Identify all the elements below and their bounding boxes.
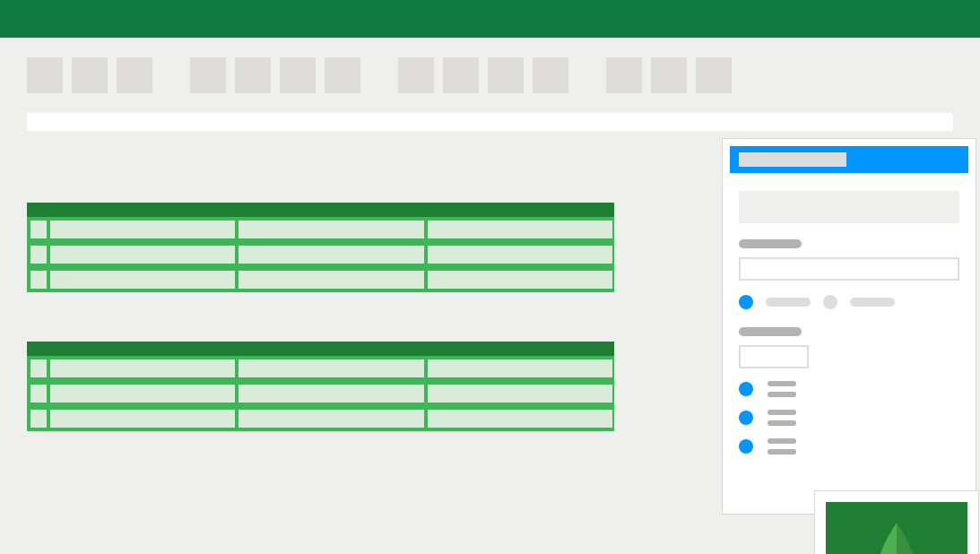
radio-option-1[interactable] (739, 295, 753, 309)
ribbon-button[interactable] (280, 57, 316, 93)
table-cell[interactable] (238, 359, 423, 377)
table-cell[interactable] (428, 359, 612, 377)
table-cell[interactable] (428, 410, 612, 428)
task-pane-title (739, 152, 846, 167)
radio-label-1 (766, 298, 811, 307)
table-cell[interactable] (50, 359, 235, 377)
table-cell[interactable] (50, 271, 235, 289)
table-cell[interactable] (428, 246, 612, 264)
ribbon (0, 38, 980, 131)
table-row[interactable] (27, 242, 614, 267)
row-header-cell[interactable] (30, 410, 47, 428)
ribbon-button[interactable] (651, 57, 687, 93)
app-title-bar (0, 0, 980, 38)
ribbon-button[interactable] (325, 57, 360, 93)
table-cell[interactable] (238, 271, 423, 289)
task-pane-header (730, 146, 968, 173)
ribbon-group (606, 57, 732, 93)
ribbon-button[interactable] (235, 57, 271, 93)
checkbox-label (768, 410, 796, 426)
mongodb-leaf-icon (865, 519, 928, 554)
checkbox[interactable] (739, 382, 753, 396)
field-label-2 (739, 327, 802, 336)
checkbox-row (739, 410, 959, 426)
mongodb-card (814, 490, 979, 554)
table-cell[interactable] (50, 221, 235, 238)
checkbox[interactable] (739, 439, 753, 454)
table-cell[interactable] (238, 410, 423, 428)
table-row[interactable] (27, 406, 614, 431)
ribbon-button[interactable] (696, 57, 732, 93)
table-cell[interactable] (238, 221, 423, 238)
row-header-cell[interactable] (30, 359, 47, 377)
table-cell[interactable] (238, 246, 423, 264)
ribbon-button[interactable] (443, 57, 479, 93)
ribbon-button[interactable] (27, 57, 63, 93)
table-header-row (27, 203, 614, 217)
table-cell[interactable] (50, 385, 235, 403)
checkbox[interactable] (739, 411, 753, 425)
spreadsheet-table[interactable] (27, 203, 614, 292)
table-row[interactable] (27, 356, 614, 381)
ribbon-group (398, 57, 568, 93)
table-cell[interactable] (428, 385, 612, 403)
ribbon-button[interactable] (72, 57, 108, 93)
formula-bar[interactable] (27, 113, 953, 131)
row-header-cell[interactable] (30, 385, 47, 403)
ribbon-button[interactable] (488, 57, 524, 93)
workbook-canvas (0, 131, 980, 431)
ribbon-group (27, 57, 152, 93)
checkbox-row (739, 438, 959, 454)
spreadsheet-table[interactable] (27, 342, 614, 431)
ribbon-group (190, 57, 360, 93)
ribbon-button[interactable] (398, 57, 434, 93)
table-cell[interactable] (50, 410, 235, 428)
radio-group (739, 295, 959, 309)
table-row[interactable] (27, 267, 614, 292)
field-input-1[interactable] (739, 257, 959, 281)
ribbon-button[interactable] (117, 57, 152, 93)
ribbon-button[interactable] (533, 57, 568, 93)
ribbon-button[interactable] (190, 57, 226, 93)
field-label-1 (739, 239, 802, 248)
checkbox-label (768, 381, 796, 397)
radio-option-2[interactable] (823, 295, 837, 309)
radio-label-2 (850, 298, 895, 307)
ribbon-button[interactable] (606, 57, 642, 93)
table-header-row (27, 342, 614, 356)
row-header-cell[interactable] (30, 246, 47, 264)
task-pane (722, 138, 976, 515)
table-row[interactable] (27, 381, 614, 406)
table-cell[interactable] (428, 271, 612, 289)
row-header-cell[interactable] (30, 221, 47, 238)
mongodb-tile[interactable] (826, 502, 967, 554)
task-pane-banner (739, 191, 959, 223)
checkbox-row (739, 381, 959, 397)
row-header-cell[interactable] (30, 271, 47, 289)
table-row[interactable] (27, 217, 614, 242)
table-cell[interactable] (238, 385, 423, 403)
checkbox-label (768, 438, 796, 454)
field-input-2[interactable] (739, 345, 809, 368)
ribbon-row (27, 57, 953, 93)
table-cell[interactable] (428, 221, 612, 238)
table-cell[interactable] (50, 246, 235, 264)
